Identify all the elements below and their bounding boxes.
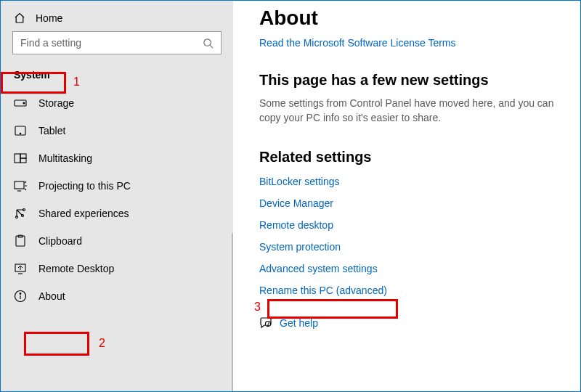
- svg-point-4: [20, 133, 20, 134]
- license-terms-link[interactable]: Read the Microsoft Software License Term…: [259, 37, 560, 49]
- page-title: About: [259, 7, 560, 30]
- home-label: Home: [36, 12, 62, 24]
- sidebar-item-about[interactable]: About: [1, 282, 233, 310]
- main-content: About Read the Microsoft Software Licens…: [233, 1, 580, 391]
- sidebar-item-tablet[interactable]: Tablet: [1, 117, 233, 144]
- scrollbar-track[interactable]: [232, 233, 233, 392]
- get-help-row[interactable]: Get help: [259, 317, 560, 330]
- sidebar-item-projecting[interactable]: Projecting to this PC: [1, 172, 233, 200]
- sidebar-item-multitasking[interactable]: Multitasking: [1, 144, 233, 172]
- related-links: BitLocker settings Device Manager Remote…: [259, 176, 560, 296]
- sidebar-item-storage[interactable]: Storage: [1, 89, 233, 117]
- related-link-device-manager[interactable]: Device Manager: [259, 197, 560, 209]
- related-settings-heading: Related settings: [259, 149, 560, 166]
- tablet-icon: [14, 124, 27, 137]
- new-settings-desc: Some settings from Control Panel have mo…: [259, 96, 560, 126]
- home-nav-item[interactable]: Home: [1, 8, 233, 31]
- projecting-icon: [14, 179, 27, 192]
- help-icon: [259, 317, 272, 330]
- svg-rect-7: [20, 158, 26, 163]
- svg-point-18: [268, 324, 269, 325]
- storage-icon: [14, 97, 27, 110]
- search-input[interactable]: [12, 31, 222, 54]
- nav-list: Storage Tablet Multitasking: [1, 89, 233, 310]
- sidebar-item-label: Shared experiences: [38, 208, 220, 219]
- sidebar-item-label: Storage: [38, 97, 220, 109]
- svg-point-2: [23, 102, 25, 104]
- sidebar-item-label: Projecting to this PC: [38, 180, 220, 192]
- svg-rect-8: [15, 181, 24, 189]
- sidebar-item-remote[interactable]: Remote Desktop: [1, 255, 233, 282]
- svg-point-16: [20, 293, 21, 295]
- clipboard-icon: [14, 234, 27, 248]
- related-link-remote-desktop[interactable]: Remote desktop: [259, 219, 560, 231]
- related-link-rename-pc[interactable]: Rename this PC (advanced): [259, 285, 560, 296]
- about-icon: [14, 290, 27, 303]
- svg-rect-6: [20, 154, 26, 158]
- search-icon: [203, 38, 214, 49]
- sidebar: Home System Storage: [1, 1, 233, 391]
- sidebar-item-label: Clipboard: [38, 235, 220, 247]
- get-help-link[interactable]: Get help: [280, 317, 318, 329]
- sidebar-item-label: Tablet: [38, 125, 220, 136]
- remote-icon: [14, 262, 27, 275]
- sidebar-item-label: Multitasking: [38, 152, 220, 164]
- sidebar-item-label: Remote Desktop: [38, 263, 220, 274]
- home-icon: [14, 12, 25, 24]
- search-field[interactable]: [20, 37, 203, 49]
- sidebar-item-label: About: [38, 290, 220, 302]
- sidebar-item-clipboard[interactable]: Clipboard: [1, 227, 233, 255]
- shared-icon: [14, 207, 27, 220]
- related-link-system-protection[interactable]: System protection: [259, 241, 560, 253]
- related-link-bitlocker[interactable]: BitLocker settings: [259, 176, 560, 187]
- new-settings-heading: This page has a few new settings: [259, 72, 560, 89]
- related-link-advanced-system-settings[interactable]: Advanced system settings: [259, 263, 560, 274]
- section-label-system[interactable]: System: [1, 63, 233, 89]
- sidebar-item-shared[interactable]: Shared experiences: [1, 200, 233, 227]
- search-container: [1, 31, 233, 63]
- svg-rect-5: [15, 154, 20, 163]
- multitasking-icon: [14, 152, 27, 165]
- svg-point-0: [204, 38, 211, 45]
